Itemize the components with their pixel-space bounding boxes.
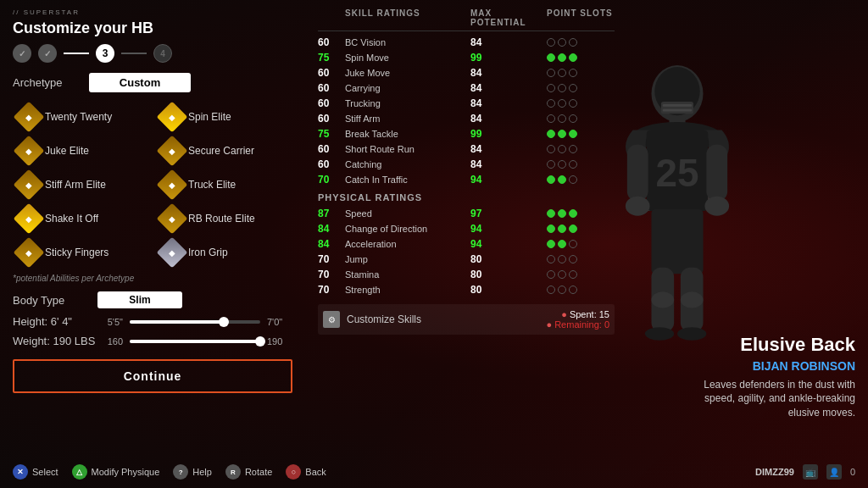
height-thumb[interactable] (219, 317, 229, 327)
svg-text:25: 25 (656, 152, 699, 195)
svg-rect-12 (706, 145, 727, 202)
rv-60-2: 60 (318, 67, 345, 79)
svg-rect-4 (663, 104, 692, 107)
dot-filled (547, 209, 555, 218)
arch-icon-bronze-5: ◆ (157, 169, 188, 201)
select-label: Select (32, 467, 58, 477)
mp-84-5: 84 (470, 113, 547, 125)
arch-name-5: Stiff Arm Elite (45, 179, 106, 191)
rn-bc-vision: BC Vision (345, 37, 470, 47)
max-potential-header: MAX POTENTIAL (470, 8, 547, 27)
dot (558, 145, 566, 153)
arch-name-2: Spin Elite (188, 111, 231, 123)
dot-filled (558, 209, 566, 218)
player-name: BIJAN ROBINSON (686, 359, 855, 373)
arch-icon-bronze-4: ◆ (14, 169, 45, 201)
continue-button[interactable]: Continue (13, 359, 292, 393)
rating-break-tackle: 75 Break Tackle 99 (318, 128, 615, 140)
rn-short-route: Short Route Run (345, 144, 470, 154)
arch-icon-bronze: ◆ (14, 102, 45, 133)
dot-filled (558, 53, 566, 62)
step-1: ✓ (13, 44, 31, 63)
step-indicator: ✓ ✓ 3 4 (13, 44, 292, 63)
archetype-row: Archetype Custom (13, 73, 292, 92)
archetype-item-twenty-twenty[interactable]: ◆ Twenty Twenty (13, 103, 149, 131)
weight-label: Weight: 190 LBS (13, 335, 97, 347)
arch-name-3: Juke Elite (45, 145, 89, 157)
modify-label: Modify Physique (92, 467, 160, 477)
rv-70-2: 70 (318, 253, 345, 265)
skill-ratings-header: SKILL RATINGS MAX POTENTIAL POINT SLOTS (318, 8, 615, 31)
rn-jump: Jump (345, 254, 470, 264)
rating-catching: 60 Catching 84 (318, 158, 615, 170)
mp-80-1: 80 (470, 253, 547, 265)
skill-header-label: SKILL RATINGS (345, 8, 470, 27)
player-info: Elusive Back BIJAN ROBINSON Leaves defen… (686, 334, 855, 420)
dot-filled (547, 240, 555, 248)
dot-filled (558, 225, 566, 233)
x-button[interactable]: ✕ (13, 464, 28, 480)
mp-94-2: 94 (470, 223, 547, 235)
dot (547, 38, 555, 47)
rating-spin-move: 75 Spin Move 99 (318, 52, 615, 64)
body-type-value[interactable]: Slim (97, 291, 182, 308)
rv-60-7: 60 (318, 158, 345, 170)
customize-skills-row[interactable]: ⚙ Customize Skills ● Spent: 15 ● Remaini… (318, 304, 615, 335)
ctrl-rotate: R Rotate (225, 464, 272, 480)
rn-acceleration: Acceleration (345, 239, 470, 249)
player-description: Leaves defenders in the dust with speed,… (686, 378, 855, 420)
height-track[interactable] (130, 320, 260, 324)
potential-note: *potential Abilities per Archetype (13, 274, 292, 283)
height-max: 7'0" (267, 317, 292, 327)
svg-point-13 (626, 197, 650, 216)
archetype-item-secure-carrier[interactable]: ◆ Secure Carrier (156, 136, 292, 165)
ctrl-select: ✕ Select (13, 464, 58, 480)
rv-87: 87 (318, 208, 345, 219)
dot (558, 69, 566, 77)
a-button[interactable]: △ (72, 464, 87, 480)
step-4: 4 (153, 44, 172, 63)
player-count: 0 (850, 467, 855, 477)
archetype-item-spin-elite[interactable]: ◆ Spin Elite (156, 103, 292, 131)
weight-row: Weight: 190 LBS 160 190 (13, 335, 292, 347)
archetype-item-truck-elite[interactable]: ◆ Truck Elite (156, 170, 292, 199)
rotate-button[interactable]: R (225, 464, 241, 480)
archetype-item-stiff-arm[interactable]: ◆ Stiff Arm Elite (13, 170, 149, 199)
archetype-item-shake-it-off[interactable]: ◆ Shake It Off (13, 204, 149, 233)
archetype-value[interactable]: Custom (89, 73, 191, 92)
help-button[interactable]: ? (173, 464, 188, 480)
rating-bc-vision: 60 BC Vision 84 (318, 36, 615, 48)
step-line-2 (121, 53, 147, 54)
svg-rect-11 (627, 145, 648, 202)
rn-stamina: Stamina (345, 269, 470, 280)
dot-filled (547, 130, 555, 138)
archetype-item-sticky-fingers[interactable]: ◆ Sticky Fingers (13, 238, 149, 267)
rv-60-1: 60 (318, 36, 345, 48)
rating-stamina: 70 Stamina 80 (318, 269, 615, 280)
dot-filled (558, 175, 566, 184)
dot (547, 69, 555, 77)
arch-name-6: Truck Elite (188, 179, 236, 191)
dot (558, 84, 566, 92)
rating-short-route: 60 Short Route Run 84 (318, 143, 615, 155)
dot (558, 114, 566, 123)
archetype-item-iron-grip[interactable]: ◆ Iron Grip (156, 238, 292, 267)
b-button[interactable]: ○ (286, 464, 301, 480)
rv-60-3: 60 (318, 82, 345, 94)
rn-speed: Speed (345, 208, 470, 219)
dot-filled (547, 225, 555, 233)
weight-thumb[interactable] (255, 336, 265, 347)
rv-75-1: 75 (318, 52, 345, 64)
arch-name-8: RB Route Elite (188, 213, 255, 225)
dot (547, 84, 555, 92)
rv-60-6: 60 (318, 143, 345, 155)
archetype-item-juke-elite[interactable]: ◆ Juke Elite (13, 136, 149, 165)
height-slider-row: 5'5" 7'0" (97, 317, 292, 327)
archetype-item-rb-route[interactable]: ◆ RB Route Elite (156, 204, 292, 233)
archetype-grid: ◆ Twenty Twenty ◆ Spin Elite ◆ Juke Elit… (13, 103, 292, 267)
mp-94-1: 94 (470, 174, 547, 186)
rv-84-1: 84 (318, 223, 345, 235)
arch-icon-silver: ◆ (157, 237, 188, 269)
weight-track[interactable] (130, 340, 260, 343)
ctrl-help: ? Help (173, 464, 212, 480)
